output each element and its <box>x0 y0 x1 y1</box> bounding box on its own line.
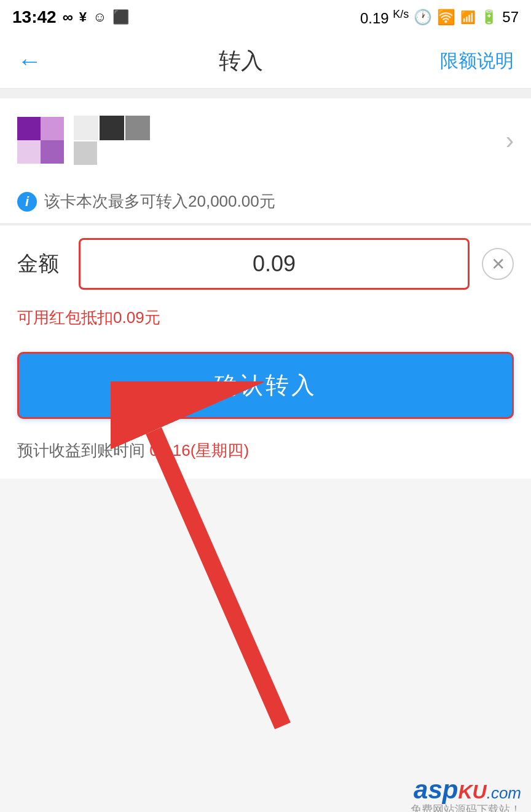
logo-cell-1 <box>17 117 41 140</box>
card-image-3 <box>125 116 150 140</box>
amount-input[interactable] <box>93 251 455 277</box>
card-image-2 <box>100 116 124 140</box>
clear-button[interactable]: ✕ <box>482 248 514 280</box>
loop-icon: ∞ <box>63 9 73 26</box>
battery-value: 57 <box>502 9 519 26</box>
signal-icon: 📶 <box>460 10 476 25</box>
watermark-ku: KU <box>458 781 486 803</box>
card-chevron-icon[interactable]: › <box>506 127 514 154</box>
clock-icon: 🕐 <box>414 9 432 26</box>
red-envelope-text: 可用红包抵扣0.09元 <box>17 308 160 327</box>
card-image-4 <box>74 141 97 165</box>
logo-cell-3 <box>17 140 41 164</box>
card-image-1 <box>74 116 98 140</box>
card-logo-area <box>17 116 150 165</box>
red-envelope-notice: 可用红包抵扣0.09元 <box>17 302 514 340</box>
bank-card-images <box>74 116 150 165</box>
bank-logo <box>17 117 64 164</box>
watermark: aspKU.com 免费网站源码下载站！ <box>414 775 521 805</box>
watermark-asp: asp <box>414 775 458 804</box>
back-button[interactable]: ← <box>17 47 42 75</box>
wifi-icon: 🛜 <box>437 9 455 26</box>
logo-cell-4 <box>41 140 64 164</box>
status-bar: 13:42 ∞ ¥ ☺ ⬛ 0.19 K/s 🕐 🛜 📶 🔋 57 <box>0 0 531 34</box>
estimated-time-value: 02-16(星期四) <box>149 441 249 460</box>
page-title: 转入 <box>219 46 263 76</box>
yen-icon: ¥ <box>79 9 87 25</box>
logo-cell-2 <box>41 117 64 140</box>
limit-description-link[interactable]: 限额说明 <box>440 49 514 74</box>
confirm-btn-wrapper: 确认转入 <box>17 340 514 429</box>
info-notice-text: 该卡本次最多可转入20,000.00元 <box>44 191 275 212</box>
image-icon: ⬛ <box>112 9 129 25</box>
speed-value: 0.19 K/s <box>360 8 409 27</box>
smiley-icon: ☺ <box>93 9 106 25</box>
amount-label: 金额 <box>17 250 66 278</box>
amount-row: 金额 ✕ <box>17 226 514 302</box>
section-divider <box>0 89 531 98</box>
card-section[interactable]: › <box>0 98 531 180</box>
clear-icon: ✕ <box>491 254 505 274</box>
confirm-transfer-button[interactable]: 确认转入 <box>17 352 514 419</box>
estimated-time-prefix: 预计收益到账时间 <box>17 441 149 460</box>
battery-icon: 🔋 <box>481 9 497 25</box>
status-time: 13:42 <box>12 7 57 27</box>
thin-divider <box>0 223 531 225</box>
amount-input-wrapper <box>79 238 470 290</box>
amount-section: 金额 ✕ 可用红包抵扣0.09元 确认转入 <box>0 226 531 429</box>
navbar: ← 转入 限额说明 <box>0 34 531 89</box>
info-icon: i <box>17 192 37 212</box>
watermark-com: .com <box>487 784 521 802</box>
info-notice: i 该卡本次最多可转入20,000.00元 <box>0 180 531 223</box>
estimated-time: 预计收益到账时间 02-16(星期四) <box>0 429 531 479</box>
watermark-sub: 免费网站源码下载站！ <box>411 802 521 812</box>
